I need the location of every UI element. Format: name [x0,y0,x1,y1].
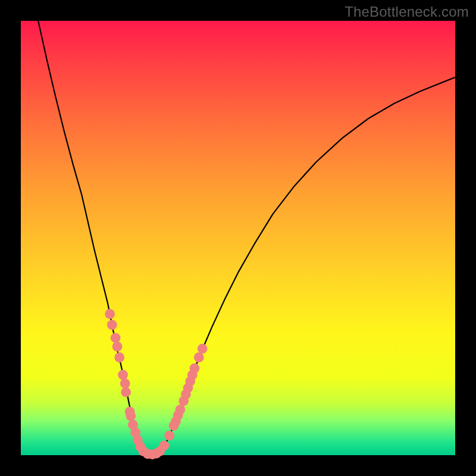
curve-svg [21,21,455,455]
data-dot [126,411,136,421]
bottleneck-curve [38,21,455,455]
data-dot [107,320,117,330]
plot-area [21,21,455,455]
data-dot [164,431,174,441]
data-dots [105,309,207,459]
data-dot [118,370,128,380]
data-dot [120,378,130,389]
data-dot [112,342,123,352]
data-dot [159,441,170,451]
data-dot [176,405,186,415]
data-dot [198,344,208,354]
data-dot [114,352,124,362]
data-dot [190,364,200,374]
data-dot [121,387,131,397]
data-dot [105,309,115,319]
data-dot [111,333,121,343]
data-dot [194,352,204,362]
chart-frame: TheBottleneck.com [0,0,476,476]
watermark-text: TheBottleneck.com [345,4,469,20]
